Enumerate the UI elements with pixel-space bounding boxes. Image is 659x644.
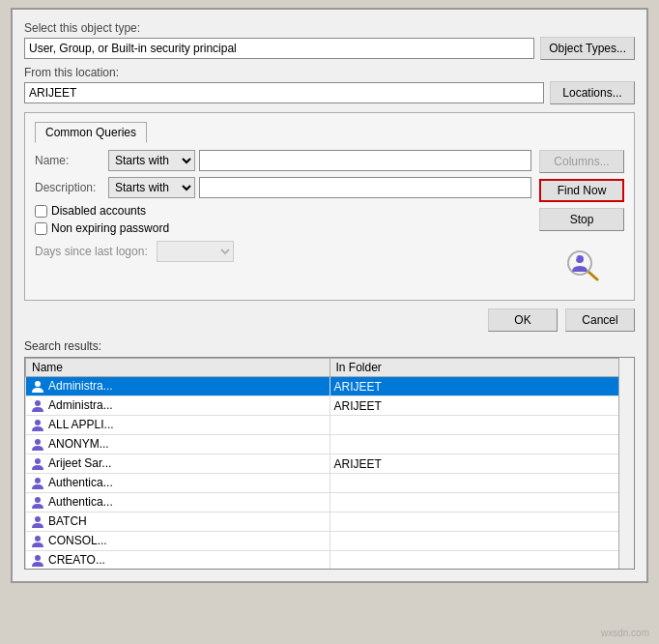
table-row[interactable]: Arijeet Sar...ARIJEET <box>26 454 634 474</box>
row-name-cell: BATCH <box>26 512 330 532</box>
svg-point-11 <box>35 497 41 503</box>
table-header-row: Name In Folder <box>26 359 634 377</box>
name-label: Name: <box>35 154 104 167</box>
object-type-section: Select this object type: Object Types... <box>24 21 635 60</box>
common-queries-tab[interactable]: Common Queries <box>35 122 147 143</box>
select-users-dialog: Select this object type: Object Types...… <box>11 8 648 583</box>
non-expiring-label: Non expiring password <box>51 221 169 235</box>
scrollbar[interactable] <box>618 358 634 569</box>
row-folder-cell <box>330 493 634 512</box>
days-since-select[interactable] <box>157 241 234 262</box>
search-icon <box>539 247 624 288</box>
row-name-cell: CONSOL... <box>26 532 330 551</box>
common-queries-container: Common Queries Name: Starts with Descrip… <box>24 112 635 301</box>
days-row: Days since last logon: <box>35 241 531 262</box>
svg-point-8 <box>35 439 41 445</box>
svg-point-13 <box>35 536 41 542</box>
description-row: Description: Starts with <box>35 177 531 198</box>
watermark: wxsdn.com <box>601 628 649 638</box>
col-name-header: Name <box>26 359 330 377</box>
row-name-cell: Authentica... <box>26 493 330 512</box>
description-label: Description: <box>35 181 104 194</box>
row-folder-cell <box>330 435 634 454</box>
bottom-buttons: OK Cancel <box>24 308 635 332</box>
row-folder-cell <box>330 512 634 532</box>
description-select[interactable]: Starts with <box>108 177 195 198</box>
days-since-label: Days since last logon: <box>35 245 151 258</box>
non-expiring-row: Non expiring password <box>35 221 531 235</box>
row-folder-cell: ARIJEET <box>330 377 634 396</box>
table-row[interactable]: BATCH <box>26 512 634 532</box>
row-name-cell: ANONYM... <box>26 435 330 454</box>
name-text-input[interactable] <box>199 150 531 171</box>
location-input[interactable] <box>24 82 544 103</box>
table-row[interactable]: CREATO... <box>26 551 634 571</box>
search-results-label: Search results: <box>24 339 635 353</box>
table-row[interactable]: CONSOL... <box>26 532 634 551</box>
results-table: Name In Folder Administra...ARIJEET Admi… <box>25 358 634 570</box>
table-row[interactable]: Authentica... <box>26 474 634 493</box>
from-location-label: From this location: <box>24 66 635 79</box>
col-folder-header: In Folder <box>330 359 634 377</box>
locations-button[interactable]: Locations... <box>550 81 635 104</box>
tab-content: Name: Starts with Description: Starts wi… <box>35 150 624 288</box>
disabled-accounts-label: Disabled accounts <box>51 204 146 218</box>
row-name-cell: Arijeet Sar... <box>26 454 330 474</box>
row-folder-cell <box>330 532 634 551</box>
disabled-accounts-row: Disabled accounts <box>35 204 531 218</box>
cancel-button[interactable]: Cancel <box>565 308 635 332</box>
row-folder-cell: ARIJEET <box>330 454 634 474</box>
svg-point-5 <box>35 381 41 387</box>
table-row[interactable]: Administra...ARIJEET <box>26 377 634 396</box>
results-container[interactable]: Name In Folder Administra...ARIJEET Admi… <box>24 357 635 570</box>
svg-point-6 <box>35 400 41 406</box>
row-name-cell: Administra... <box>26 396 330 416</box>
row-name-cell: ALL APPLI... <box>26 416 330 435</box>
location-section: From this location: Locations... <box>24 66 635 104</box>
row-name-cell: Administra... <box>26 377 330 396</box>
table-row[interactable]: Authentica... <box>26 493 634 512</box>
table-row[interactable]: ANONYM... <box>26 435 634 454</box>
non-expiring-checkbox[interactable] <box>35 222 47 235</box>
columns-button[interactable]: Columns... <box>539 150 624 173</box>
find-now-button[interactable]: Find Now <box>539 179 624 202</box>
row-name-cell: Authentica... <box>26 474 330 493</box>
svg-point-9 <box>35 458 41 464</box>
row-folder-cell <box>330 474 634 493</box>
object-type-label: Select this object type: <box>24 21 635 35</box>
svg-line-2 <box>588 272 597 279</box>
row-folder-cell <box>330 416 634 435</box>
search-users-icon <box>562 247 601 281</box>
table-row[interactable]: Administra...ARIJEET <box>26 396 634 416</box>
tab-header: Common Queries <box>35 121 624 142</box>
object-type-input[interactable] <box>24 38 534 59</box>
disabled-accounts-checkbox[interactable] <box>35 205 47 218</box>
svg-point-7 <box>35 420 41 425</box>
svg-point-14 <box>35 555 41 561</box>
table-row[interactable]: ALL APPLI... <box>26 416 634 435</box>
svg-point-10 <box>35 478 41 483</box>
ok-button[interactable]: OK <box>488 308 558 332</box>
object-types-button[interactable]: Object Types... <box>540 37 635 60</box>
tab-left-panel: Name: Starts with Description: Starts wi… <box>35 150 531 288</box>
row-folder-cell <box>330 551 634 571</box>
row-folder-cell: ARIJEET <box>330 396 634 416</box>
stop-button[interactable]: Stop <box>539 208 624 231</box>
name-select[interactable]: Starts with <box>108 150 195 171</box>
right-buttons-panel: Columns... Find Now Stop <box>539 150 624 288</box>
description-text-input[interactable] <box>199 177 531 198</box>
row-name-cell: CREATO... <box>26 551 330 571</box>
svg-point-12 <box>35 516 41 522</box>
name-row: Name: Starts with <box>35 150 531 171</box>
